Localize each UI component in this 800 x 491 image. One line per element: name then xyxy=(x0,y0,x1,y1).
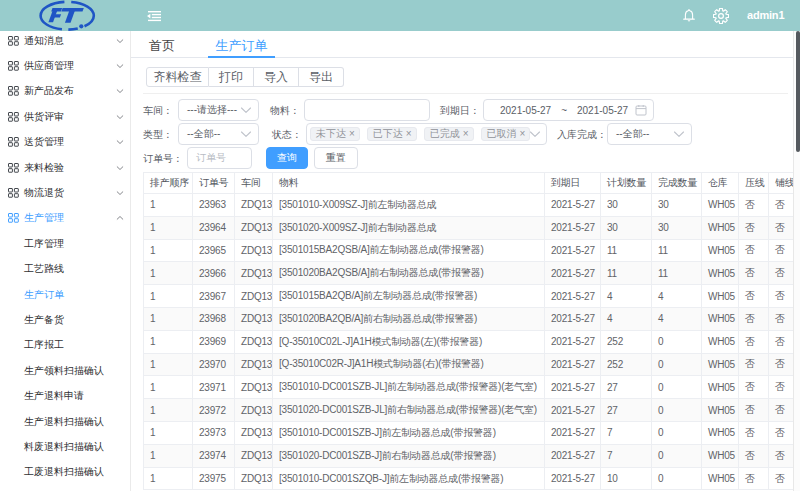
table-row[interactable]: 123975ZDQ13[3501010-DC001SZQB-J]前左制动器总成(… xyxy=(144,467,794,490)
toolbar-button[interactable]: 导出 xyxy=(299,67,344,87)
sidebar-subitem[interactable]: 生产备货 xyxy=(0,307,130,332)
grid-icon xyxy=(8,112,19,122)
table-cell: [3501015BA2QSB/A]前左制动器总成(带报警器) xyxy=(273,239,545,262)
sidebar-subitem[interactable]: 料废退料扫描确认 xyxy=(0,434,130,459)
table-cell: ZDQ13 xyxy=(235,353,273,376)
inbound-label: 入库完成： xyxy=(557,128,607,142)
chevron-icon xyxy=(116,62,124,70)
table-cell: 11 xyxy=(652,262,702,285)
table-cell: 0 xyxy=(652,444,702,467)
sidebar-section[interactable]: 生产管理 xyxy=(0,206,130,231)
table-cell: 否 xyxy=(769,330,794,353)
table-row[interactable]: 123963ZDQ13[3501010-X009SZ-J]前左制动器总成2021… xyxy=(144,193,794,216)
sidebar-section[interactable]: 送货管理 xyxy=(0,130,130,155)
sidebar-subitem[interactable]: 生产领料扫描确认 xyxy=(0,358,130,383)
sidebar-subitem[interactable]: 工序管理 xyxy=(0,231,130,256)
table-row[interactable]: 123972ZDQ13[3501020-DC001SZB-JL]前右制动器总成(… xyxy=(144,399,794,422)
table-row[interactable]: 123973ZDQ13[3501010-DC001SZB-J]前左制动器总成(带… xyxy=(144,422,794,445)
table-cell: 7 xyxy=(601,444,652,467)
sidebar-subitem[interactable]: 生产退料申请 xyxy=(0,383,130,408)
table-cell: 23973 xyxy=(193,422,235,445)
sidebar-section[interactable]: 供货评审 xyxy=(0,104,130,129)
table-cell: 23970 xyxy=(193,353,235,376)
sidebar-section-label: 来料检验 xyxy=(24,161,64,175)
type-select[interactable]: --全部-- xyxy=(178,123,259,145)
tag-close-icon[interactable]: × xyxy=(463,129,469,139)
table-cell: 否 xyxy=(739,422,769,445)
table-cell: 11 xyxy=(601,239,652,262)
table-cell: 30 xyxy=(601,216,652,239)
tab-production-order[interactable]: 生产订单 xyxy=(208,31,275,58)
chevron-icon xyxy=(116,37,124,45)
table-row[interactable]: 123970ZDQ13[Q-35010C02R-J]A1H模式制动器(右)(带报… xyxy=(144,353,794,376)
table-row[interactable]: 123974ZDQ13[3501020-DC001SZB-J]前右制动器总成(带… xyxy=(144,444,794,467)
column-header: 订单号 xyxy=(193,173,235,194)
sidebar-subitem[interactable]: 工序报工 xyxy=(0,333,130,358)
sidebar-subitem[interactable]: 生产退料扫描确认 xyxy=(0,409,130,434)
material-label: 物料： xyxy=(270,104,300,118)
sidebar-section[interactable]: 来料检验 xyxy=(0,155,130,180)
table-cell: WH05 xyxy=(702,330,739,353)
table-header-row: 排产顺序订单号车间物料到期日计划数量完成数量仓库压线铺线 xyxy=(144,173,794,194)
table-cell: WH05 xyxy=(702,216,739,239)
chevron-icon xyxy=(116,113,124,121)
sidebar-subitem[interactable]: 生产订单 xyxy=(0,282,130,307)
sidebar-section[interactable]: 供应商管理 xyxy=(0,53,130,78)
search-button[interactable]: 查询 xyxy=(266,147,308,169)
sidebar-subitem[interactable]: 工废退料扫描确认 xyxy=(0,460,130,485)
table-cell: WH05 xyxy=(702,307,739,330)
table-cell: 23963 xyxy=(193,193,235,216)
table-row[interactable]: 123969ZDQ13[Q-35010C02L-J]A1H模式制动器(左)(带报… xyxy=(144,330,794,353)
column-header: 计划数量 xyxy=(601,173,652,194)
table-row[interactable]: 123965ZDQ13[3501015BA2QSB/A]前左制动器总成(带报警器… xyxy=(144,239,794,262)
table-row[interactable]: 123964ZDQ13[3501020-X009SZ-J]前右制动器总成2021… xyxy=(144,216,794,239)
column-header: 排产顺序 xyxy=(144,173,193,194)
status-multiselect[interactable]: 未下达 × 已下达 × 已完成 × 已取消 × xyxy=(306,123,547,145)
column-header: 仓库 xyxy=(702,173,739,194)
table-cell: 2021-5-27 xyxy=(545,444,601,467)
table-row[interactable]: 123967ZDQ13[3501015BA2QB/A]前左制动器总成(带报警器)… xyxy=(144,285,794,308)
table-row[interactable]: 123971ZDQ13[3501010-DC001SZB-JL]前左制动器总成(… xyxy=(144,376,794,399)
user-menu[interactable]: admin1 xyxy=(747,0,784,31)
reset-button[interactable]: 重置 xyxy=(314,147,358,169)
sidebar-section-label: 生产管理 xyxy=(24,211,64,225)
tag-close-icon[interactable]: × xyxy=(349,129,355,139)
toolbar-button[interactable]: 齐料检查 xyxy=(146,67,209,87)
column-header: 车间 xyxy=(235,173,273,194)
sidebar-section[interactable]: 物流退货 xyxy=(0,180,130,205)
table-cell: WH05 xyxy=(702,399,739,422)
tab-home[interactable]: 首页 xyxy=(149,31,175,58)
tag-close-icon[interactable]: × xyxy=(520,129,526,139)
sidebar-section[interactable]: 新产品发布 xyxy=(0,79,130,104)
due-date-range-picker[interactable]: 2021-05-27 ~ 2021-05-27 xyxy=(483,99,654,121)
order-no-input[interactable]: 订单号 xyxy=(187,147,252,169)
tab-bar: 首页 生产订单 xyxy=(131,31,793,58)
table-cell: ZDQ13 xyxy=(235,307,273,330)
sidebar-subitem-label: 生产领料扫描确认 xyxy=(24,364,104,378)
chevron-down-icon xyxy=(240,128,252,140)
table-cell: [3501010-DC001SZB-J]前左制动器总成(带报警器) xyxy=(273,422,545,445)
table-cell: 2021-5-27 xyxy=(545,285,601,308)
table-cell: WH05 xyxy=(702,376,739,399)
gear-icon[interactable] xyxy=(713,8,729,24)
table-cell: [3501020-DC001SZB-JL]前右制动器总成(带报警器)(老气室) xyxy=(273,399,545,422)
tag-close-icon[interactable]: × xyxy=(406,129,412,139)
toolbar-button[interactable]: 导入 xyxy=(254,67,299,87)
inbound-select[interactable]: --全部-- xyxy=(607,123,692,145)
workshop-select[interactable]: ---请选择--- xyxy=(178,99,259,121)
scrollbar-thumb[interactable] xyxy=(796,31,800,152)
table-cell: 1 xyxy=(144,330,193,353)
date-end: 2021-05-27 xyxy=(577,105,628,116)
table-cell: 否 xyxy=(739,193,769,216)
toolbar-button[interactable]: 打印 xyxy=(209,67,254,87)
table-cell: 否 xyxy=(739,239,769,262)
sidebar-subitem[interactable]: 工艺路线 xyxy=(0,257,130,282)
material-input[interactable] xyxy=(304,99,430,121)
sidebar-section[interactable]: 通知消息 xyxy=(0,31,130,53)
bell-icon[interactable] xyxy=(683,9,695,23)
table-row[interactable]: 123968ZDQ13[3501020BA2QB/A]前右制动器总成(带报警器)… xyxy=(144,307,794,330)
sidebar: 通知消息 供应商管理 xyxy=(0,31,131,491)
table-cell: ZDQ13 xyxy=(235,467,273,490)
menu-fold-icon[interactable] xyxy=(147,11,161,22)
table-row[interactable]: 123966ZDQ13[3501020BA2QSB/A]前右制动器总成(带报警器… xyxy=(144,262,794,285)
